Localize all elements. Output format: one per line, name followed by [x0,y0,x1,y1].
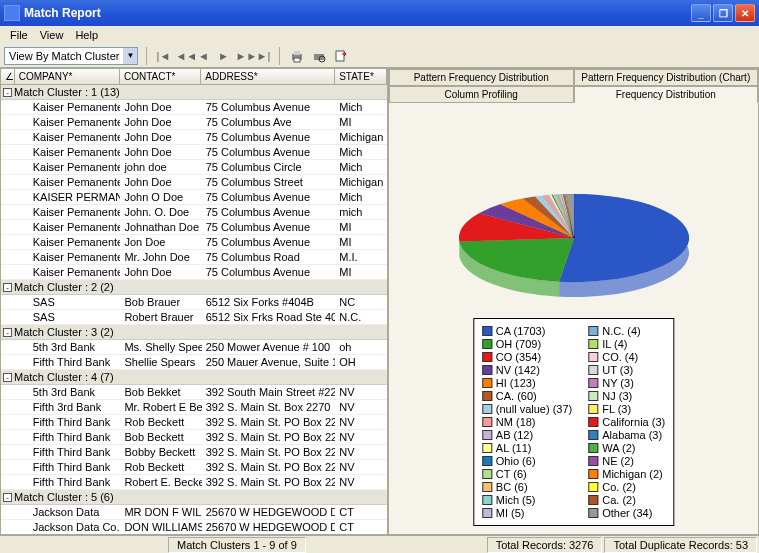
table-row[interactable]: Fifth Third BankBobby Beckett392 S. Main… [1,445,387,460]
legend-label: NE (2) [602,455,634,467]
back-button[interactable]: ◄ [195,48,211,64]
legend-swatch [588,508,598,518]
close-button[interactable]: ✕ [735,4,755,22]
legend-item: CO (354) [482,351,572,363]
fwd-button[interactable]: ► [215,48,231,64]
legend-item: CO. (4) [588,351,665,363]
legend-label: IL (4) [602,338,627,350]
legend-item: HI (123) [482,377,572,389]
legend-swatch [482,456,492,466]
table-row[interactable]: Fifth Third BankRob Beckett392 S. Main S… [1,460,387,475]
table-row[interactable]: 5th 3rd BankMs. Shelly Speers250 Mower A… [1,340,387,355]
svg-rect-5 [336,51,344,61]
table-row[interactable]: Kaiser Pemanentejohn doe75 Columbus Circ… [1,160,387,175]
cluster-header[interactable]: -Match Cluster : 5 (6) [1,490,387,505]
menu-file[interactable]: File [4,29,34,41]
tab-pfdc[interactable]: Pattern Frequency Distribution (Chart) [574,69,759,86]
export-button[interactable] [332,47,350,65]
prev-button[interactable]: ◄◄ [175,48,191,64]
status-dupes: Total Duplicate Records: 53 [604,537,757,553]
table-row[interactable]: Fifth Third BankBob Beckett392 S. Main S… [1,430,387,445]
cluster-header[interactable]: -Match Cluster : 2 (2) [1,280,387,295]
legend-label: WA (2) [602,442,635,454]
col-address[interactable]: ADDRESS* [201,69,335,84]
table-row[interactable]: Kaiser PemanenteJohnathan Doe75 Columbus… [1,220,387,235]
legend-item: AB (12) [482,429,572,441]
legend-item: OH (709) [482,338,572,350]
legend-item: CA. (60) [482,390,572,402]
menu-view[interactable]: View [34,29,70,41]
table-row[interactable]: Kaiser PemanenteJohn Doe75 Columbus Aven… [1,265,387,280]
table-row[interactable]: KAISER PERMAN...John O Doe75 Columbus Av… [1,190,387,205]
table-row[interactable]: Kaiser PemanenteJohn. O. Doe75 Columbus … [1,205,387,220]
table-row[interactable]: Fifth Third BankShellie Spears250 Mauer … [1,355,387,370]
last-button[interactable]: ►| [255,48,271,64]
legend-label: Mich (5) [496,494,536,506]
legend-label: NV (142) [496,364,540,376]
legend-label: CO (354) [496,351,541,363]
legend-swatch [482,404,492,414]
expand-col[interactable]: ∠ [1,69,15,84]
next-button[interactable]: ►► [235,48,251,64]
table-row[interactable]: Jackson Data Co.DON WILLIAMS25670 W HEDG… [1,520,387,534]
table-row[interactable]: SASRobert Brauer6512 Six Frks Road Ste 4… [1,310,387,325]
table-row[interactable]: Fifth 3rd BankMr. Robert E Beckett392 S.… [1,400,387,415]
legend-label: AB (12) [496,429,533,441]
table-row[interactable]: Fifth Third BankRobert E. Beckett392 S. … [1,475,387,490]
legend-item: Ohio (6) [482,455,572,467]
table-row[interactable]: Kaiser PemanenteMr. John Doe75 Columbus … [1,250,387,265]
minimize-button[interactable]: _ [691,4,711,22]
legend-item: UT (3) [588,364,665,376]
collapse-icon[interactable]: - [3,88,12,97]
print-button[interactable] [288,47,306,65]
legend-swatch [588,326,598,336]
table-row[interactable]: Kaiser PemanenteJohn Doe75 Columbus Aven… [1,130,387,145]
legend-label: Other (34) [602,507,652,519]
legend-swatch [588,469,598,479]
collapse-icon[interactable]: - [3,493,12,502]
table-row[interactable]: Kaiser PemanenteJohn Doe75 Columbus Aven… [1,145,387,160]
print-preview-button[interactable] [310,47,328,65]
legend-label: CT (6) [496,468,527,480]
first-button[interactable]: |◄ [155,48,171,64]
collapse-icon[interactable]: - [3,328,12,337]
legend-label: California (3) [602,416,665,428]
app-icon [4,5,20,21]
legend-label: (null value) (37) [496,403,572,415]
legend-label: OH (709) [496,338,541,350]
tab-pfd[interactable]: Pattern Frequency Distribution [389,69,574,86]
table-row[interactable]: SASBob Brauer6512 Six Forks #404BNC [1,295,387,310]
col-company[interactable]: COMPANY* [15,69,120,84]
status-total: Total Records: 3276 [487,537,603,553]
legend-swatch [588,417,598,427]
collapse-icon[interactable]: - [3,373,12,382]
grid-body[interactable]: -Match Cluster : 1 (13)Kaiser PemanenteJ… [1,85,387,534]
table-row[interactable]: Kaiser PemanenteJohn Doe75 Columbus AveM… [1,115,387,130]
table-row[interactable]: Fifth Third BankRob Beckett392 S. Main S… [1,415,387,430]
toolbar: View By Match Cluster ▼ |◄ ◄◄ ◄ ► ►► ►| [0,44,759,68]
col-state[interactable]: STATE* [335,69,387,84]
cluster-header[interactable]: -Match Cluster : 4 (7) [1,370,387,385]
legend-label: UT (3) [602,364,633,376]
table-row[interactable]: Kaiser PemanenteJohn Doe75 Columbus Stre… [1,175,387,190]
cluster-header[interactable]: -Match Cluster : 1 (13) [1,85,387,100]
legend-item: NM (18) [482,416,572,428]
view-mode-combo[interactable]: View By Match Cluster ▼ [4,47,138,65]
legend-label: HI (123) [496,377,536,389]
table-row[interactable]: Jackson DataMR DON F WILLIAMS25670 W HED… [1,505,387,520]
table-row[interactable]: 5th 3rd BankBob Bekket392 South Main Str… [1,385,387,400]
tab-cp[interactable]: Column Profiling [389,86,574,103]
table-row[interactable]: Kaiser PemanenteJohn Doe75 Columbus Aven… [1,100,387,115]
legend-item: Ca. (2) [588,494,665,506]
menu-help[interactable]: Help [69,29,104,41]
tab-fd[interactable]: Frequency Distribution [574,86,759,103]
legend-item: IL (4) [588,338,665,350]
collapse-icon[interactable]: - [3,283,12,292]
legend-label: CO. (4) [602,351,638,363]
chart-area: CA (1703)OH (709)CO (354)NV (142)HI (123… [389,103,758,534]
col-contact[interactable]: CONTACT* [120,69,201,84]
legend-item: NY (3) [588,377,665,389]
maximize-button[interactable]: ❐ [713,4,733,22]
cluster-header[interactable]: -Match Cluster : 3 (2) [1,325,387,340]
table-row[interactable]: Kaiser PemanenteJon Doe75 Columbus Avenu… [1,235,387,250]
